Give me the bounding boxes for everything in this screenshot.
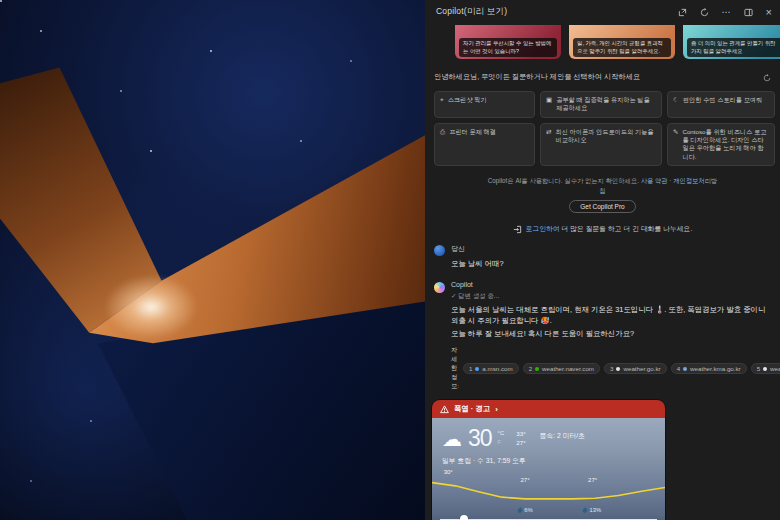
close-icon[interactable]: × [766,7,772,18]
current-conditions: ☁ 30 °C F 33° 27° 풍속: 2 미터/초 [432,418,665,449]
book-icon: ▣ [546,96,552,104]
precip-chance-2: 13% [583,507,601,513]
favicon-dot [683,367,687,371]
source-link-4[interactable]: 4weather.kma.go.kr [671,363,747,374]
hero-artwork [0,0,425,520]
weather-card[interactable]: 폭염 · 경고 › ☁ 30 °C F 33° 27° 풍속: 2 미터/초 [432,400,665,520]
unit-celsius[interactable]: °C [498,429,505,437]
unit-fahrenheit[interactable]: F [498,438,505,446]
chip-compare-phones[interactable]: ⇄ 최신 아이폰과 안드로이드의 기능을 비교하시오 [540,123,662,166]
current-temp: 30 [468,428,492,449]
source-link-3[interactable]: 3weather.go.kr [604,363,667,374]
droplet-icon [582,507,588,513]
favicon-dot [535,367,539,371]
promo-card-caption: 자기 관리를 우선시할 수 있는 방법에는 어떤 것이 있습니까? [459,38,557,57]
warning-triangle-icon [440,405,449,414]
copilot-message: Copilot ✓답변 생성 중... 오늘 서울의 날씨는 대체로 흐림이며,… [434,281,771,391]
weather-body: ☁ 30 °C F 33° 27° 풍속: 2 미터/초 일부 흐림 · 수 3… [432,418,665,520]
low-temp: 27° [516,438,525,447]
chip-sleep-story[interactable]: ☾ 편안한 수면 스토리를 보여줘 [667,91,775,118]
promo-card-caption: 좀 더 의미 있는 관계를 만들기 위한 가지 팁을 알려주세요 [687,38,780,57]
temp-label-mid: 27° [521,477,530,483]
droplet-icon [517,507,523,513]
suggestion-chips: ⌖ 스크린샷 찍기 ▣ 공부할 때 집중력을 유지하는 팁을 제공하세요 ☾ 편… [434,91,771,166]
temp-label-right: 27° [588,477,597,483]
temp-label-left: 30° [444,469,453,475]
disclaimer-text: Copilot은 AI를 사용합니다. 실수가 없는지 확인하세요. [488,177,639,184]
favicon-dot [616,367,620,371]
temperature-chart: 30° 27° 27° 6% 13% [432,468,665,514]
slider-knob[interactable] [460,515,468,520]
chip-design-logo[interactable]: ✎ Contoso를 위한 비즈니스 로고를 디자인하세요. 디자인 스타일은 … [667,123,775,166]
refresh-suggestions-icon[interactable] [763,68,771,86]
dock-panel-icon[interactable] [744,8,753,17]
chip-take-screenshot[interactable]: ⌖ 스크린샷 찍기 [434,91,535,118]
chevron-right-icon: › [495,405,498,414]
check-icon: ✓ [451,292,456,299]
get-copilot-pro-button[interactable]: Get Copilot Pro [569,200,635,213]
moon-icon: ☾ [673,96,679,104]
copilot-message-line2: 오늘 하루 잘 보내세요! 혹시 다른 도움이 필요하신가요? [451,328,771,339]
printer-icon: ⎙ [440,128,445,136]
chip-label: 공부할 때 집중력을 유지하는 팁을 제공하세요 [556,96,656,113]
favicon-dot [763,367,767,371]
promo-card[interactable]: 일, 가족, 개인 시간의 균형을 효과적으로 맞추기 위한 팁을 알려주세요. [569,25,675,59]
greeting-text: 안녕하세요님, 무엇이든 질문하거나 제안을 선택하여 시작하세요 [434,72,640,82]
titlebar: Copilot(미리 보기) ⋯ × [425,0,780,24]
promo-cards-row: 자기 관리를 우선시할 수 있는 방법에는 어떤 것이 있습니까? 일, 가족,… [455,25,780,59]
terms-link[interactable]: 사용 약관 [641,177,668,184]
high-temp: 33° [516,429,525,438]
time-slider[interactable] [440,515,657,520]
chip-printer-troubleshoot[interactable]: ⎙ 프린터 문제 해결 [434,123,535,166]
promo-card[interactable]: 자기 관리를 우선시할 수 있는 방법에는 어떤 것이 있습니까? [455,25,561,59]
sources-label: 자세한 정보: [451,346,459,391]
signin-row: 로그인하여 더 많은 질문을 하고 더 긴 대화를 나누세요. [425,224,780,234]
copilot-message-line1: 오늘 서울의 날씨는 대체로 흐림이며, 현재 기온은 31도입니다 🌡️. 또… [451,304,771,326]
user-message: 당신 오늘 날씨 어때? [434,244,771,269]
wind-speed: 풍속: 2 미터/초 [540,431,585,441]
condition-summary: 일부 흐림 · 수 31, 7:59 오후 [432,449,665,466]
sign-in-link[interactable]: 로그인하여 [526,225,560,232]
favicon-dot [475,367,479,371]
screen: Copilot(미리 보기) ⋯ × 자기 관리를 우선시할 수 있는 방법에는… [0,0,780,520]
user-message-text: 오늘 날씨 어때? [451,258,504,269]
copilot-avatar [434,282,445,293]
star-field [0,0,2,2]
chip-label: Contoso를 위한 비즈니스 로고를 디자인하세요. 디자인 스타일은 우아… [682,128,769,161]
hero-glint [86,262,216,352]
chip-study-focus-tips[interactable]: ▣ 공부할 때 집중력을 유지하는 팁을 제공하세요 [540,91,662,118]
source-link-2[interactable]: 2weather.naver.com [523,363,600,374]
more-options-icon[interactable]: ⋯ [722,8,731,17]
precip-chance-1: 6% [518,507,532,513]
sign-in-icon [513,225,522,234]
user-avatar [434,245,445,256]
compare-icon: ⇄ [546,128,551,136]
window-title: Copilot(미리 보기) [436,6,507,18]
cloud-icon: ☁ [442,430,462,448]
source-link-1[interactable]: 1a.msn.com [463,363,519,374]
pen-icon: ✎ [673,128,678,136]
chip-label: 프린터 문제 해결 [449,128,496,136]
greeting-row: 안녕하세요님, 무엇이든 질문하거나 제안을 선택하여 시작하세요 [434,68,771,86]
chip-label: 편안한 수면 스토리를 보여줘 [683,96,762,104]
user-name: 당신 [451,244,504,254]
ai-disclaimer: Copilot은 AI를 사용합니다. 실수가 없는지 확인하세요. 사용 약관… [488,176,718,195]
sources-row: 자세한 정보: 1a.msn.com 2weather.naver.com 3w… [451,346,771,391]
screenshot-icon: ⌖ [440,96,444,104]
chip-label: 스크린샷 찍기 [448,96,487,104]
source-link-5[interactable]: 5weather.go.kr [751,363,780,374]
refresh-icon[interactable] [700,8,709,17]
copilot-window: Copilot(미리 보기) ⋯ × 자기 관리를 우선시할 수 있는 방법에는… [425,0,780,520]
alert-text: 폭염 · 경고 [454,404,490,414]
chat-thread: 당신 오늘 날씨 어때? Copilot ✓답변 생성 중... 오늘 서울의 … [434,244,771,391]
promo-card-caption: 일, 가족, 개인 시간의 균형을 효과적으로 맞추기 위한 팁을 알려주세요. [573,38,671,57]
generation-status: ✓답변 생성 중... [451,292,771,301]
sign-in-text: 더 많은 질문을 하고 더 긴 대화를 나누세요. [562,225,693,232]
copilot-name: Copilot [451,281,771,288]
temperature-line [432,474,665,504]
heat-alert-banner[interactable]: 폭염 · 경고 › [432,400,665,418]
chip-label: 최신 아이폰과 안드로이드의 기능을 비교하시오 [555,128,656,145]
open-external-icon[interactable] [678,8,687,17]
promo-card[interactable]: 좀 더 의미 있는 관계를 만들기 위한 가지 팁을 알려주세요 [683,25,780,59]
